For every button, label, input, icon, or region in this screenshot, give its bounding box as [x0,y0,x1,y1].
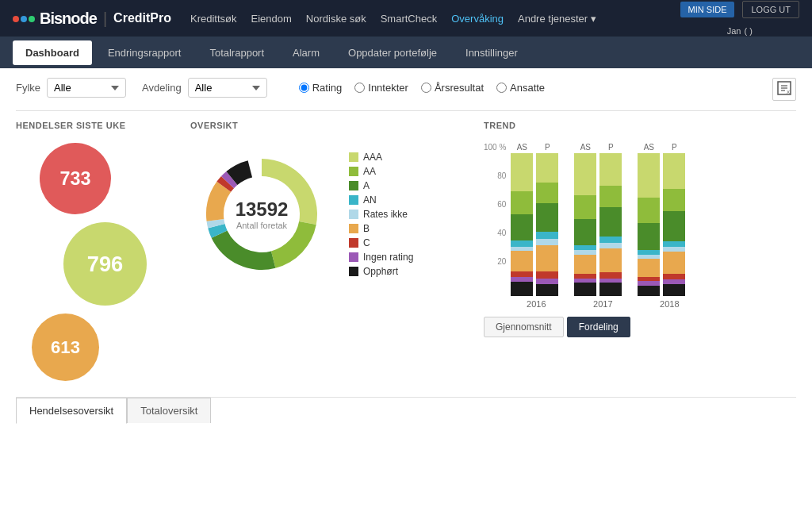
bar-segment [638,198,660,223]
donut-number: 13592 [236,198,289,221]
oversikt-section: OVERSIKT 13592 Antall foretak AAAAAAANRa… [190,121,468,381]
hendelser-title: HENDELSER SISTE UKE [16,121,174,130]
bubble-1: 796 [63,222,147,306]
bottom-tabs: HendelsesoversiktTotaloversikt [16,398,796,423]
legend-item-AAA: AAA [349,152,413,163]
bar-segment [663,153,685,189]
trend-btn-gjennomsnitt[interactable]: Gjennomsnitt [484,317,564,337]
bar-top-label: AS [644,143,654,152]
nav-dashboard[interactable]: Dashboard [13,40,92,65]
bubbles-container: 733796613 [16,143,174,381]
nav-right-row: MIN SIDE LOGG UT [680,1,799,18]
nav-oppdater[interactable]: Oppdater portefølje [335,40,450,65]
donut-label: Antall foretak [236,221,289,230]
bar-segment [599,207,622,237]
bar-top-label: P [608,143,614,152]
legend-item-Ingen rating: Ingen rating [349,252,413,263]
nav-innstillinger[interactable]: Innstillinger [453,40,530,65]
legend-item-B: B [349,223,413,234]
hendelser-section: HENDELSER SISTE UKE 733796613 [16,121,174,381]
donut-container: 13592 Antall foretak AAAAAAANRates ikkeB… [190,143,468,286]
legend-label: AN [363,194,377,206]
y-tick: 80 [484,171,506,180]
bar-segment [536,284,558,296]
export-icon: X [777,81,791,95]
radio-ansatte[interactable]: Ansatte [496,82,545,94]
bar-segment [536,245,558,271]
bar-segment [599,186,622,206]
fylke-label: Fylke [16,82,40,94]
avdeling-select[interactable]: Alle [188,78,267,98]
nav-andre[interactable]: Andre tjenester ▾ [518,13,596,25]
bottom-tab-totaloversikt[interactable]: Totaloversikt [127,398,211,423]
bar-segment [511,240,533,246]
nav-alarm[interactable]: Alarm [280,40,332,65]
bar-segment [663,241,685,248]
fylke-select[interactable]: Alle [47,78,126,98]
trend-btn-fordeling[interactable]: Fordeling [567,317,630,337]
nav-kredittsok[interactable]: Kredittsøk [190,13,237,25]
nav-nordiske[interactable]: Nordiske søk [306,13,366,25]
bar-segment [574,283,596,296]
radio-ansatte-label: Ansatte [510,82,545,94]
bottom-tab-hendelsesoversikt[interactable]: Hendelsesoversikt [16,398,127,424]
legend-label: A [363,180,370,191]
bar-segment [599,237,622,243]
bar-top-label: P [672,143,677,152]
bar-segment [638,286,660,296]
stacked-bar [574,153,596,296]
bar-segment [599,248,622,272]
bar-col-AS: AS [638,143,660,296]
bars-area: ASPASPASP 201620172018 [511,143,695,309]
bar-segment [599,243,622,249]
bar-segment [574,219,596,246]
bar-segment [536,271,558,279]
bar-segment [536,279,558,284]
bubble-2: 613 [32,314,99,381]
bar-segment [574,255,596,274]
y-tick: 100 % [484,143,506,152]
stacked-bar [599,153,622,296]
sections: HENDELSER SISTE UKE 733796613 OVERSIKT 1… [16,121,796,381]
nav-totalrapport[interactable]: Totalrapport [197,40,277,65]
top-nav: Bisnode | CreditPro Kredittsøk Eiendom N… [0,0,812,37]
user-info: Jan ( ) [727,26,753,36]
legend: AAAAAAANRates ikkeBCIngen ratingOpphørt [349,152,413,277]
bar-segment [536,203,558,233]
bar-segment [574,153,596,195]
donut-wrap: 13592 Antall foretak [190,143,333,286]
legend-color [349,195,358,205]
main-content: Fylke Alle Avdeling Alle Rating Inntekte… [0,68,812,527]
bar-segment [511,271,533,277]
radio-inntekter[interactable]: Inntekter [354,82,408,94]
x-label-2017: 2017 [577,299,628,309]
nav-smartcheck[interactable]: SmartCheck [381,13,438,25]
bar-col-AS: AS [574,143,596,296]
svg-text:X: X [787,90,790,94]
radio-rating[interactable]: Rating [299,82,343,94]
export-button[interactable]: X [772,78,796,101]
legend-item-AN: AN [349,194,413,206]
dot-red [13,16,19,22]
nav-endringsrapport[interactable]: Endringsrapport [95,40,194,65]
legend-color [349,181,358,190]
nav-overvaking[interactable]: Overvåking [451,13,504,25]
logg-ut-button[interactable]: LOGG UT [742,1,799,18]
y-tick: 20 [484,257,506,266]
min-side-button[interactable]: MIN SIDE [680,2,735,17]
radio-aarsresultat[interactable]: Årsresultat [421,82,484,94]
bar-segment [638,259,660,277]
trend-toggle: GjennomsnittFordeling [484,317,796,337]
stacked-bar [663,153,685,296]
x-labels: 201620172018 [511,299,695,309]
trend-bars: ASPASPASP [511,143,695,296]
logo-bisnode: Bisnode [40,10,97,28]
logo-separator: | [103,10,107,28]
bar-top-label: AS [580,143,591,152]
legend-color [349,252,358,262]
nav-eiendom[interactable]: Eiendom [251,13,292,25]
logo: Bisnode | CreditPro [13,10,171,28]
bar-segment [511,153,533,191]
dot-blue [21,16,27,22]
legend-item-Rates ikke: Rates ikke [349,209,413,220]
